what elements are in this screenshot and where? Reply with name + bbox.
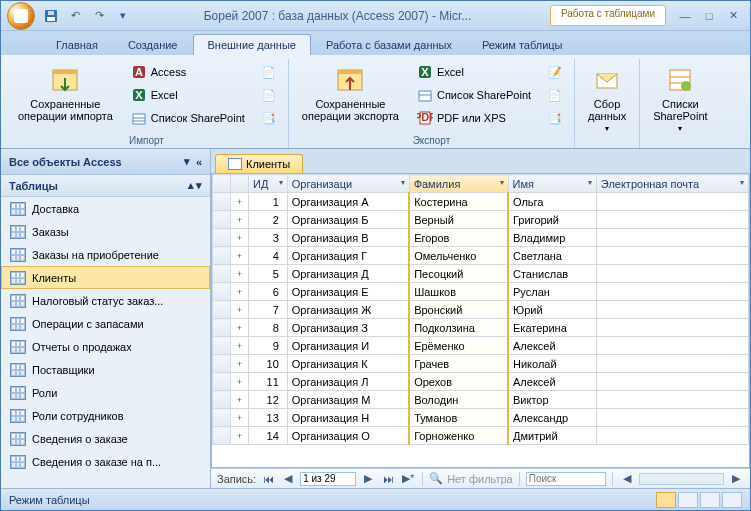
record-position-input[interactable] — [300, 472, 356, 486]
navpane-category[interactable]: Таблицы ▴▾ — [1, 175, 210, 197]
expand-icon[interactable]: + — [231, 409, 249, 427]
row-selector[interactable] — [213, 355, 231, 373]
nav-item[interactable]: Налоговый статус заказ... — [1, 289, 210, 312]
datasheet-view-button[interactable] — [656, 492, 676, 508]
export-sharepoint-button[interactable]: Список SharePoint — [412, 84, 536, 106]
collect-data-button[interactable]: Сбор данных▾ — [581, 61, 633, 136]
expand-icon[interactable]: + — [231, 193, 249, 211]
table-row[interactable]: +4Организация ГОмельченкоСветлана — [213, 247, 749, 265]
office-button[interactable] — [7, 2, 35, 30]
row-selector[interactable] — [213, 265, 231, 283]
row-selector[interactable] — [213, 391, 231, 409]
new-record-button[interactable]: ▶* — [400, 472, 416, 486]
export-pdf-button[interactable]: PDFPDF или XPS — [412, 107, 536, 129]
expand-icon[interactable]: + — [231, 283, 249, 301]
import-more1[interactable]: 📄 — [256, 61, 282, 83]
row-selector[interactable] — [213, 373, 231, 391]
table-row[interactable]: +3Организация ВЕгоровВладимир — [213, 229, 749, 247]
nav-item[interactable]: Сведения о заказе — [1, 427, 210, 450]
datasheet-tab[interactable]: Клиенты — [215, 154, 303, 173]
export-more2[interactable]: 📄 — [542, 84, 568, 106]
row-selector[interactable] — [213, 193, 231, 211]
save-icon[interactable] — [41, 6, 61, 26]
nav-item[interactable]: Операции с запасами — [1, 312, 210, 335]
expand-icon[interactable]: + — [231, 211, 249, 229]
import-more3[interactable]: 📑 — [256, 107, 282, 129]
expand-icon[interactable]: + — [231, 301, 249, 319]
ribbon-tab-0[interactable]: Главная — [41, 34, 113, 55]
qat-dropdown-icon[interactable]: ▾ — [113, 6, 133, 26]
prev-record-button[interactable]: ◀ — [280, 472, 296, 486]
maximize-button[interactable]: □ — [698, 7, 720, 25]
scroll-right-button[interactable]: ▶ — [728, 472, 744, 486]
table-row[interactable]: +1Организация АКостеринаОльга — [213, 193, 749, 211]
expand-icon[interactable]: + — [231, 427, 249, 445]
table-row[interactable]: +9Организация ИЕрёменкоАлексей — [213, 337, 749, 355]
search-input[interactable] — [526, 472, 606, 486]
nav-item[interactable]: Заказы на приобретение — [1, 243, 210, 266]
export-more3[interactable]: 📑 — [542, 107, 568, 129]
nav-item[interactable]: Сведения о заказе на п... — [1, 450, 210, 473]
nav-item[interactable]: Роли — [1, 381, 210, 404]
row-selector[interactable] — [213, 409, 231, 427]
table-row[interactable]: +7Организация ЖВронскийЮрий — [213, 301, 749, 319]
export-more1[interactable]: 📝 — [542, 61, 568, 83]
chart-view-button[interactable] — [700, 492, 720, 508]
ribbon-tab-2[interactable]: Внешние данные — [193, 34, 311, 55]
saved-exports-button[interactable]: Сохраненные операции экспорта — [295, 61, 406, 125]
expand-icon[interactable]: + — [231, 229, 249, 247]
table-row[interactable]: +13Организация НТумановАлександр — [213, 409, 749, 427]
table-row[interactable]: +2Организация БВерныйГригорий — [213, 211, 749, 229]
row-selector[interactable] — [213, 229, 231, 247]
table-row[interactable]: +10Организация КГрачевНиколай — [213, 355, 749, 373]
row-selector[interactable] — [213, 427, 231, 445]
collapse-icon[interactable]: « — [196, 156, 202, 168]
expand-icon[interactable]: + — [231, 373, 249, 391]
table-row[interactable]: +11Организация ЛОреховАлексей — [213, 373, 749, 391]
import-more2[interactable]: 📄 — [256, 84, 282, 106]
column-header[interactable]: ИД▾ — [249, 175, 288, 193]
horizontal-scrollbar[interactable] — [639, 473, 724, 485]
undo-icon[interactable]: ↶ — [65, 6, 85, 26]
navpane-header[interactable]: Все объекты Access ▾ « — [1, 149, 210, 175]
nav-item[interactable]: Заказы — [1, 220, 210, 243]
nav-item[interactable]: Поставщики — [1, 358, 210, 381]
saved-imports-button[interactable]: Сохраненные операции импорта — [11, 61, 120, 125]
import-sharepoint-button[interactable]: Список SharePoint — [126, 107, 250, 129]
last-record-button[interactable]: ⏭ — [380, 472, 396, 486]
row-selector[interactable] — [213, 247, 231, 265]
expand-icon[interactable]: + — [231, 319, 249, 337]
column-header[interactable]: Электронная почта▾ — [596, 175, 748, 193]
table-row[interactable]: +8Организация ЗПодколзинаЕкатерина — [213, 319, 749, 337]
close-button[interactable]: ✕ — [722, 7, 744, 25]
row-selector[interactable] — [213, 337, 231, 355]
next-record-button[interactable]: ▶ — [360, 472, 376, 486]
sharepoint-lists-button[interactable]: Списки SharePoint▾ — [646, 61, 714, 136]
import-access-button[interactable]: AAccess — [126, 61, 250, 83]
redo-icon[interactable]: ↷ — [89, 6, 109, 26]
expand-icon[interactable]: + — [231, 247, 249, 265]
column-header[interactable]: Имя▾ — [508, 175, 596, 193]
ribbon-tab-4[interactable]: Режим таблицы — [467, 34, 578, 55]
table-row[interactable]: +5Организация ДПесоцкийСтанислав — [213, 265, 749, 283]
expand-icon[interactable]: + — [231, 265, 249, 283]
minimize-button[interactable]: — — [674, 7, 696, 25]
row-selector[interactable] — [213, 301, 231, 319]
column-header[interactable]: Организаци▾ — [287, 175, 409, 193]
design-view-button[interactable] — [722, 492, 742, 508]
nav-item[interactable]: Доставка — [1, 197, 210, 220]
row-selector[interactable] — [213, 211, 231, 229]
row-selector[interactable] — [213, 319, 231, 337]
ribbon-tab-3[interactable]: Работа с базами данных — [311, 34, 467, 55]
pivot-view-button[interactable] — [678, 492, 698, 508]
expand-icon[interactable]: + — [231, 391, 249, 409]
expand-icon[interactable]: + — [231, 355, 249, 373]
column-header[interactable]: Фамилия▾ — [409, 175, 508, 193]
scroll-left-button[interactable]: ◀ — [619, 472, 635, 486]
nav-item[interactable]: Отчеты о продажах — [1, 335, 210, 358]
ribbon-tab-1[interactable]: Создание — [113, 34, 193, 55]
row-selector[interactable] — [213, 283, 231, 301]
nav-item[interactable]: Роли сотрудников — [1, 404, 210, 427]
expand-icon[interactable]: + — [231, 337, 249, 355]
nav-item[interactable]: Клиенты — [1, 266, 210, 289]
